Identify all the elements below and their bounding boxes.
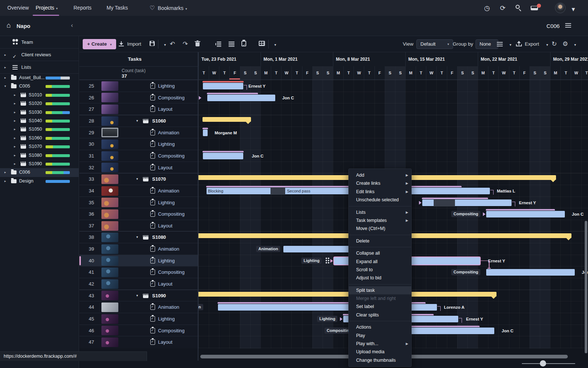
sidebar-item-s1030[interactable]: ▸S1030 [0, 108, 79, 117]
pane-splitter[interactable] [198, 52, 198, 361]
thumbnail[interactable] [101, 198, 118, 207]
sidebar-item-assetbuil[interactable]: ▸Asset_Buil... [0, 74, 79, 82]
create-button[interactable]: + Create ▾ [83, 39, 116, 49]
view-select[interactable]: Default▾ [416, 39, 453, 49]
thumbnail[interactable] [101, 139, 118, 149]
thumbnail[interactable] [101, 93, 118, 102]
thumbnail[interactable] [101, 244, 118, 254]
menu-item-adjust-to-bid[interactable]: Adjust to bid [349, 274, 411, 282]
task-row-31[interactable]: 31Compositing [79, 150, 198, 162]
thumbnail[interactable] [101, 174, 118, 184]
thumbnail[interactable] [101, 302, 118, 312]
gear-icon[interactable]: ⚙ [562, 40, 569, 48]
task-row-35[interactable]: 35Lighting [79, 197, 198, 208]
gantt-bar[interactable] [486, 210, 565, 218]
chevron-down-icon[interactable]: ▾ [4, 82, 6, 91]
chevron-right-icon[interactable]: ▸ [14, 117, 16, 125]
clock-icon[interactable]: ◷ [483, 4, 491, 13]
menu-item-unschedule-selected[interactable]: Unschedule selected [349, 196, 411, 204]
menu-item-split-task[interactable]: Split task [349, 286, 411, 294]
thumbnail[interactable] [101, 268, 118, 277]
user-menu-chevron-icon[interactable]: ▾ [569, 5, 578, 14]
nav-item-reports[interactable]: Reports [74, 0, 92, 16]
chevron-right-icon[interactable]: ▸ [4, 168, 6, 177]
chevron-right-icon[interactable]: ▸ [14, 99, 16, 108]
task-row-42[interactable]: 42Layout [79, 278, 198, 290]
export-icon[interactable] [516, 41, 523, 48]
task-row-44[interactable]: 44Animation [79, 301, 198, 313]
home-icon[interactable]: ⌂ [7, 21, 11, 29]
sidebar-section-client-reviews[interactable]: ▸✓Client reviews [0, 49, 79, 61]
chevron-right-icon[interactable]: ▸ [14, 108, 16, 117]
sidebar-item-c005[interactable]: ▾C005 [0, 82, 79, 91]
menu-item-change-thumbnails[interactable]: Change thumbnails [349, 356, 411, 364]
sidebar-item-s1070[interactable]: ▸S1070 [0, 142, 79, 151]
chevron-right-icon[interactable]: ▸ [14, 142, 16, 151]
chevron-right-icon[interactable]: ▸ [4, 177, 6, 185]
task-row-33[interactable]: 33▾S1070 [79, 173, 198, 185]
chevron-right-icon[interactable]: ▸ [14, 134, 16, 142]
hamburger-icon[interactable] [565, 23, 571, 24]
task-row-30[interactable]: 30Lighting [79, 138, 198, 150]
chevron-right-icon[interactable]: ▸ [14, 91, 16, 99]
save-options-chevron-icon[interactable]: ▾ [161, 41, 169, 49]
chevron-right-icon[interactable]: ▸ [4, 74, 6, 82]
chevron-right-icon[interactable]: ▸ [14, 160, 16, 168]
table-view-icon[interactable] [259, 40, 266, 48]
task-row-34[interactable]: 34Animation [79, 185, 198, 197]
redo-icon[interactable]: ↷ [182, 40, 189, 48]
justify-icon[interactable] [229, 42, 236, 49]
nav-item-projects[interactable]: Projects▾ [36, 0, 58, 16]
menu-item-upload-media[interactable]: Upload media [349, 348, 411, 356]
sidebar-item-s1050[interactable]: ▸S1050 [0, 125, 79, 134]
sidebar-item-s1060[interactable]: ▸S1060 [0, 134, 79, 142]
thumbnail[interactable] [101, 326, 118, 335]
sidebar-section-team[interactable]: Team [0, 36, 79, 49]
task-row-43[interactable]: 43▾S1090 [79, 290, 198, 301]
task-row-27[interactable]: 27Layout [79, 103, 198, 115]
task-row-26[interactable]: 26Compositing [79, 92, 198, 103]
export-chevron-icon[interactable]: ▾ [544, 41, 551, 49]
undo-icon[interactable]: ↶ [169, 40, 176, 48]
gantt-vscrollbar[interactable] [585, 221, 587, 353]
sidebar-item-s1080[interactable]: ▸S1080 [0, 151, 79, 160]
task-row-29[interactable]: 29Animation [79, 127, 198, 138]
sync-icon[interactable]: ⟳ [498, 4, 507, 13]
import-icon[interactable] [118, 41, 126, 48]
gantt-zoom-knob[interactable] [540, 360, 546, 367]
thumbnail[interactable] [101, 163, 118, 172]
task-row-46[interactable]: 46Compositing [79, 325, 198, 336]
drag-handle[interactable] [326, 258, 327, 259]
menu-item-play-with[interactable]: Play with...▶ [349, 340, 411, 348]
collapse-sidebar-icon[interactable]: ‹ [71, 22, 73, 29]
task-row-45[interactable]: 45Lighting [79, 313, 198, 325]
menu-item-actions[interactable]: Actions [349, 323, 411, 331]
chevron-right-icon[interactable]: ▸ [14, 125, 16, 134]
search-icon[interactable] [514, 4, 523, 13]
chevron-down-icon[interactable]: ▾ [136, 115, 138, 127]
gantt-bar[interactable] [202, 82, 244, 90]
task-row-41[interactable]: 41Compositing [79, 266, 198, 278]
menu-item-add[interactable]: Add▶ [349, 171, 411, 179]
thumbnail[interactable] [101, 116, 118, 126]
list-options-icon[interactable] [497, 42, 503, 43]
thumbnail[interactable] [101, 337, 118, 347]
menu-item-lists[interactable]: Lists▶ [349, 208, 411, 216]
task-row-40[interactable]: 40Lighting [79, 255, 198, 266]
thumbnail[interactable] [101, 291, 118, 300]
chevron-right-icon[interactable]: ▸ [14, 151, 16, 160]
menu-item-set-label[interactable]: Set label [349, 302, 411, 311]
thumbnail[interactable] [101, 279, 118, 289]
nav-item-overview[interactable]: Overview [7, 0, 29, 16]
sidebar-section-lists[interactable]: ▸Lists [0, 61, 79, 74]
task-row-36[interactable]: 36Compositing [79, 208, 198, 220]
chevron-down-icon[interactable]: ▾ [136, 290, 138, 302]
nav-item-my-tasks[interactable]: My Tasks [107, 0, 128, 16]
thumbnail[interactable] [101, 105, 118, 114]
menu-item-task-templates[interactable]: Task templates▶ [349, 216, 411, 224]
thumbnail[interactable] [101, 221, 118, 231]
export-label[interactable]: Export [525, 36, 539, 52]
menu-item-expand-all[interactable]: Expand all [349, 258, 411, 266]
sidebar-item-s1090[interactable]: ▸S1090 [0, 160, 79, 168]
thumbnail[interactable] [101, 209, 118, 219]
